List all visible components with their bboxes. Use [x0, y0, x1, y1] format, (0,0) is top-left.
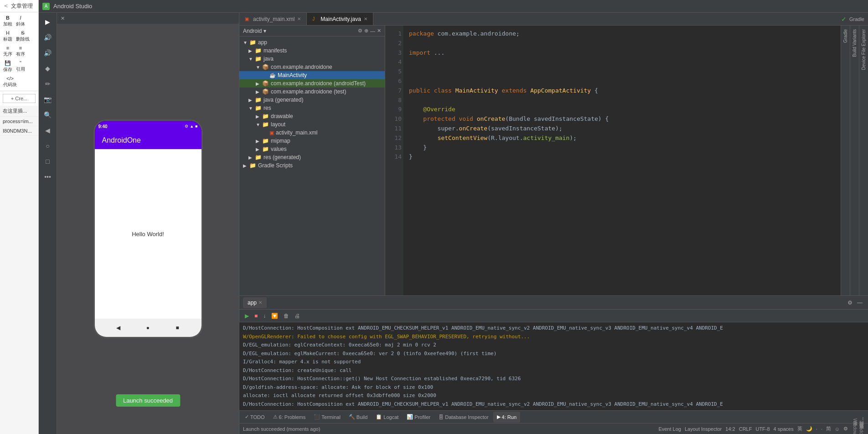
tab-activity-main-xml[interactable]: ▣ activity_main.xml ✕ — [239, 13, 307, 25]
gradle-label[interactable]: Gradle — [842, 26, 849, 46]
tree-item-gradle-scripts[interactable]: ▶ 📁 Gradle Scripts — [239, 161, 385, 170]
tree-item-mainactivity[interactable]: ☕ MainActivity — [239, 71, 385, 79]
bottom-tab-app[interactable]: app ✕ — [243, 297, 267, 308]
tree-item-manifests[interactable]: ▶ 📁 manifests — [239, 46, 385, 55]
tree-arrow-icon: ▶ — [248, 98, 253, 103]
tree-item-res[interactable]: ▼ 📁 res — [239, 104, 385, 112]
sidebar-icon-square[interactable]: □ — [41, 154, 55, 169]
quote-button[interactable]: "引用 — [15, 59, 26, 74]
strikethrough-button[interactable]: S删除线 — [15, 29, 31, 43]
back-button[interactable]: ＜ — [3, 2, 9, 10]
build-variants-label[interactable]: Build Variants — [851, 26, 858, 61]
phone-toolbar-close[interactable]: ✕ — [59, 15, 67, 22]
settings-icon[interactable]: ⚙ — [843, 426, 848, 432]
bottom-settings-btn[interactable]: ⚙ — [846, 299, 854, 307]
tree-sync-btn[interactable]: ⊕ — [364, 28, 368, 34]
status-left: Launch succeeded (moments ago) — [243, 426, 320, 432]
italic-button[interactable]: I斜体 — [15, 14, 26, 28]
print-btn[interactable]: 🖨 — [293, 312, 302, 320]
sidebar-icon-more[interactable]: ••• — [41, 170, 55, 184]
tree-label: Gradle Scripts — [258, 162, 293, 169]
clear-btn[interactable]: 🗑 — [282, 312, 291, 320]
tree-item-androidtest[interactable]: ▶ 📦 com.example.androidone (androidTest) — [239, 79, 385, 88]
run-btn[interactable]: ▶ — [243, 312, 251, 320]
run-icon: ▶ — [497, 414, 501, 420]
problems-tab[interactable]: ⚠ 6: Problems — [269, 412, 310, 423]
sidebar-icon-volume[interactable]: 🔊 — [41, 30, 55, 45]
folder-icon: 📁 — [255, 56, 262, 62]
tree-item-activity-main-xml[interactable]: ▣ activity_main.xml — [239, 129, 385, 137]
log-line: D/EGL_emulation: eglMakeCurrent: 0xeeca6… — [243, 350, 864, 358]
list-item[interactable]: process=im... — [0, 117, 38, 126]
activate-windows-text[interactable]: 激活 Windows转到"设置"以激活 Windows — [852, 417, 864, 434]
sidebar-icon-run[interactable]: ▶ — [41, 15, 55, 29]
sidebar-icon-edit[interactable]: ✏ — [41, 77, 55, 91]
list-item[interactable]: 在这里插... — [0, 106, 38, 117]
event-log-btn[interactable]: Event Log — [658, 426, 681, 432]
tab-mainactivity-java[interactable]: J MainActivity.java ✕ — [307, 13, 373, 25]
stop-btn[interactable]: ■ — [253, 312, 259, 320]
layout-inspector-btn[interactable]: Layout Inspector — [685, 426, 722, 432]
ordered-list-button[interactable]: ≡有序 — [15, 44, 26, 58]
simplified-chinese-icon: 简 — [826, 425, 831, 432]
build-tab[interactable]: 🔨 Build — [345, 412, 371, 423]
sidebar-icon-camera[interactable]: 📷 — [41, 92, 55, 107]
tree-item-package[interactable]: ▼ 📦 com.example.androidone — [239, 63, 385, 71]
device-file-label[interactable]: Device File Explorer — [860, 26, 868, 73]
tree-close-btn[interactable]: ✕ — [377, 28, 381, 34]
log-line: D/HostConnection: HostComposition ext AN… — [243, 324, 864, 333]
sidebar-icon-home[interactable]: ○ — [41, 139, 55, 153]
nav-home-btn[interactable]: ● — [143, 323, 152, 332]
phone-time: 9:40 — [98, 124, 108, 129]
tree-item-drawable[interactable]: ▶ 📁 drawable — [239, 112, 385, 120]
tree-item-test[interactable]: ▶ 📦 com.example.androidone (test) — [239, 88, 385, 96]
terminal-tab[interactable]: ⬛ Terminal — [310, 412, 344, 423]
sidebar-icon-volume2[interactable]: 🔊 — [41, 46, 55, 60]
run-tab[interactable]: ▶ 4: Run — [493, 412, 520, 423]
filter-btn[interactable]: 🔽 — [269, 312, 280, 320]
tree-item-layout[interactable]: ▼ 📁 layout — [239, 120, 385, 129]
build-icon: 🔨 — [349, 414, 355, 420]
bold-button[interactable]: B加粗 — [2, 14, 14, 28]
tab-close-btn[interactable]: ✕ — [297, 16, 301, 21]
phone-container: 9:40 ⚙ ▲ ■ AndroidOne Hello World! — [57, 24, 239, 434]
folder-icon: 📁 — [249, 162, 256, 169]
code-text[interactable]: package com.example.androidone; import .… — [403, 26, 841, 295]
sidebar-icon-diamond[interactable]: ◆ — [41, 61, 55, 76]
tree-item-res-generated[interactable]: ▶ 📁 res (generated) — [239, 153, 385, 161]
log-content: D/HostConnection: HostComposition ext AN… — [239, 322, 868, 410]
tab-label: app — [248, 300, 257, 306]
tree-collapse-btn[interactable]: — — [370, 28, 375, 34]
code-button[interactable]: </>代码块 — [2, 75, 18, 89]
todo-tab[interactable]: ✓ TODO — [241, 412, 269, 423]
bottom-tabs: app ✕ ⚙ — — [239, 296, 868, 310]
nav-square-btn[interactable]: ■ — [173, 323, 182, 332]
bottom-minus-btn[interactable]: — — [855, 299, 864, 307]
database-inspector-tab[interactable]: 🗄 Database Inspector — [435, 412, 492, 423]
signal-icon: ▲ — [190, 124, 194, 129]
studio-content: ▶ 🔊 🔊 ◆ ✏ 📷 🔍 ◀ ○ □ ••• ✕ 9:40 ⚙ — [39, 13, 868, 434]
tree-settings-btn[interactable]: ⚙ — [358, 28, 362, 34]
log-line: D/HostConnection: HostComposition ext AN… — [243, 400, 864, 409]
tree-item-app[interactable]: ▼ 📁 app — [239, 38, 385, 46]
tab-close-btn[interactable]: ✕ — [258, 300, 262, 305]
tree-item-java[interactable]: ▼ 📁 java — [239, 55, 385, 63]
heading-button[interactable]: H标题 — [2, 29, 14, 43]
tab-close-btn[interactable]: ✕ — [364, 16, 367, 21]
tree-item-java-generated[interactable]: ▶ 📁 java (generated) — [239, 96, 385, 104]
list-item[interactable]: I80NDM3N... — [0, 126, 38, 136]
sidebar-icon-back[interactable]: ◀ — [41, 123, 55, 138]
phone-status-bar: 9:40 ⚙ ▲ ■ — [95, 121, 202, 132]
sidebar-icon-zoom[interactable]: 🔍 — [41, 108, 55, 122]
unordered-list-button[interactable]: ≡无序 — [2, 44, 14, 58]
nav-back-btn[interactable]: ◀ — [114, 323, 123, 332]
logcat-tab[interactable]: 📋 Logcat — [372, 412, 402, 423]
ime-chinese[interactable]: 英 — [797, 425, 802, 432]
tree-item-values[interactable]: ▶ 📁 values — [239, 145, 385, 153]
save-button[interactable]: 💾保存 — [2, 59, 14, 74]
bottom-toolbar-left: ▶ ■ ↓ 🔽 🗑 🖨 — [243, 312, 302, 320]
profiler-tab[interactable]: 📊 Profiler — [403, 412, 434, 423]
scroll-down-btn[interactable]: ↓ — [261, 312, 268, 320]
create-button[interactable]: + Cre... — [3, 94, 36, 103]
tree-item-mipmap[interactable]: ▶ 📁 mipmap — [239, 137, 385, 145]
